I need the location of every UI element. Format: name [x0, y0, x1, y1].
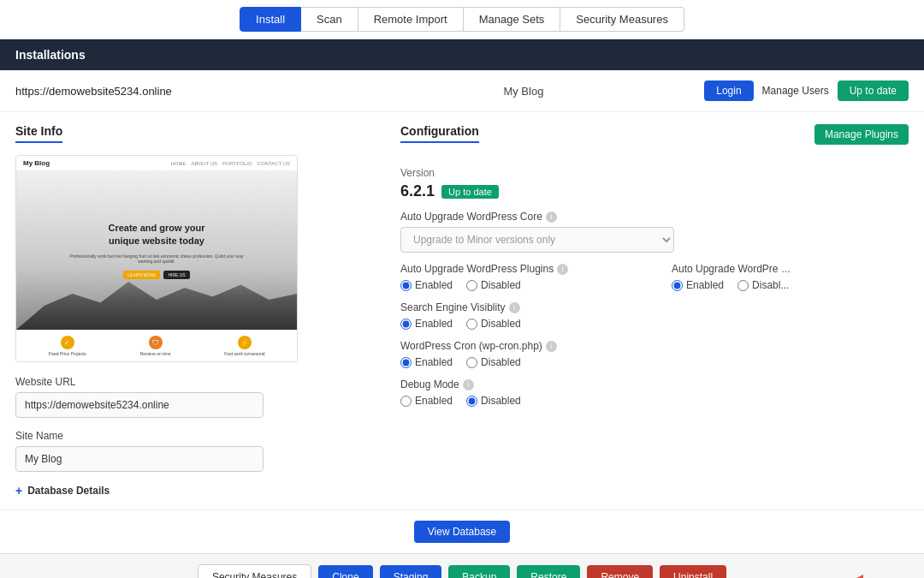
thumbnail-feature-2: 🛡 Receive on time	[140, 336, 171, 356]
auto-upgrade-plugins2-item: Auto Upgrade WordPre... Enabled Disabl..…	[672, 263, 909, 291]
auto-upgrade-core-label: Auto Upgrade WordPress Core i	[400, 211, 909, 223]
view-database-button[interactable]: View Database	[414, 521, 511, 543]
top-navigation: Install Scan Remote Import Manage Sets S…	[0, 0, 924, 39]
auto-upgrade-plugins-enabled-label[interactable]: Enabled	[400, 279, 453, 291]
right-column: Configuration Manage Plugins Version 6.2…	[400, 112, 909, 509]
auto-upgrade-core-select[interactable]: Upgrade to Minor versions only Upgrade t…	[400, 227, 674, 253]
thumbnail-feature-3-label: Fast work turnaround	[224, 351, 264, 356]
site-name-display: My Blog	[360, 85, 688, 98]
thumbnail-feature-3-icon: ⚡	[238, 336, 252, 349]
wp-cron-item: WordPress Cron (wp-cron.php) i Enabled	[400, 340, 637, 368]
bottom-actions-bar: Security Measures Clone Staging Backup R…	[0, 553, 924, 578]
restore-button[interactable]: Restore	[517, 565, 580, 578]
auto-upgrade-plugins-disabled-radio[interactable]	[466, 280, 477, 291]
debug-mode-info-icon[interactable]: i	[463, 379, 474, 390]
config-two-col: Auto Upgrade WordPress Plugins i Enabled	[400, 263, 909, 417]
tab-remote-import[interactable]: Remote Import	[358, 7, 464, 32]
clone-button[interactable]: Clone	[318, 565, 372, 578]
auto-upgrade-plugins-disabled-label[interactable]: Disabled	[466, 279, 521, 291]
debug-mode-enabled-radio[interactable]	[400, 396, 412, 407]
auto-upgrade-plugins2-enabled-radio[interactable]	[672, 280, 683, 291]
version-item: Version 6.2.1 Up to date	[400, 167, 909, 200]
auto-upgrade-plugins2-enabled-label[interactable]: Enabled	[672, 279, 724, 291]
search-engine-enabled-label[interactable]: Enabled	[400, 318, 453, 330]
manage-users-button[interactable]: Manage Users	[762, 85, 829, 97]
thumbnail-feature-3: ⚡ Fast work turnaround	[224, 336, 264, 356]
login-button[interactable]: Login	[704, 80, 753, 101]
auto-upgrade-plugins2-disabled-radio[interactable]	[737, 280, 749, 291]
configuration-section: Version 6.2.1 Up to date Auto Upgrade Wo…	[400, 167, 909, 417]
manage-plugins-button[interactable]: Manage Plugins	[814, 124, 909, 145]
site-actions: Login Manage Users Up to date	[704, 80, 909, 101]
auto-upgrade-plugins2-radio-group: Enabled Disabl...	[672, 279, 909, 291]
database-details: + Database Details	[15, 484, 375, 498]
tab-manage-sets[interactable]: Manage Sets	[464, 7, 561, 32]
search-engine-info-icon[interactable]: i	[509, 302, 520, 313]
arrow-svg	[847, 569, 915, 578]
site-info-title: Site Info	[15, 124, 62, 143]
thumbnail-inner: My Blog HOMEABOUT USPORTFOLIOCONTACT US …	[16, 156, 297, 361]
debug-mode-enabled-label[interactable]: Enabled	[400, 395, 453, 407]
wp-cron-radio-group: Enabled Disabled	[400, 356, 637, 368]
uninstall-button[interactable]: Uninstall	[660, 565, 726, 578]
website-url-input[interactable]	[15, 392, 264, 418]
auto-upgrade-plugins-enabled-radio[interactable]	[400, 280, 412, 291]
thumbnail-hire-us-btn: HIRE US	[163, 271, 189, 279]
debug-mode-item: Debug Mode i Enabled Disabled	[400, 378, 637, 407]
left-column: Site Info My Blog HOMEABOUT USPORTFOLIOC…	[15, 112, 375, 509]
wp-cron-enabled-radio[interactable]	[400, 357, 412, 368]
auto-upgrade-plugins2-disabled-label[interactable]: Disabl...	[737, 279, 789, 291]
tab-scan[interactable]: Scan	[301, 7, 358, 32]
site-url: https://demowebsite5234.online	[15, 85, 343, 98]
wp-cron-disabled-label[interactable]: Disabled	[466, 356, 521, 368]
search-engine-item: Search Engine Visiblity i Enabled	[400, 301, 637, 330]
security-measures-button[interactable]: Security Measures	[198, 564, 311, 578]
thumbnail-feature-2-label: Receive on time	[140, 351, 171, 356]
thumbnail-nav: My Blog HOMEABOUT USPORTFOLIOCONTACT US	[16, 156, 297, 171]
site-row-header: https://demowebsite5234.online My Blog L…	[0, 70, 924, 112]
auto-upgrade-core-info-icon[interactable]: i	[546, 212, 557, 223]
version-row: 6.2.1 Up to date	[400, 182, 909, 200]
tab-security-measures[interactable]: Security Measures	[560, 7, 684, 32]
debug-mode-disabled-radio[interactable]	[466, 396, 477, 407]
staging-button[interactable]: Staging	[380, 565, 442, 578]
site-name-input[interactable]	[15, 446, 264, 472]
thumbnail-feature-1: ✓ Fixed Price Projects	[48, 336, 86, 356]
configuration-title: Configuration	[400, 124, 479, 143]
website-url-group: Website URL	[15, 376, 375, 418]
remove-button[interactable]: Remove	[587, 565, 653, 578]
thumbnail-footer: ✓ Fixed Price Projects 🛡 Receive on time…	[16, 330, 297, 361]
bottom-row: View Database	[0, 509, 924, 553]
site-name-label: Site Name	[15, 430, 375, 442]
thumbnail-hero-text: Create and grow yourunique website today	[108, 222, 204, 247]
database-label: Database Details	[27, 485, 110, 497]
thumbnail-hero-sub: Professionally work but live hanging fru…	[70, 253, 244, 264]
wp-cron-enabled-label[interactable]: Enabled	[400, 356, 453, 368]
debug-mode-radio-group: Enabled Disabled	[400, 395, 637, 407]
backup-button[interactable]: Backup	[448, 565, 510, 578]
search-engine-disabled-radio[interactable]	[466, 319, 477, 330]
two-column-layout: Site Info My Blog HOMEABOUT USPORTFOLIOC…	[0, 112, 924, 509]
wp-cron-disabled-radio[interactable]	[466, 357, 477, 368]
config-col-right: Auto Upgrade WordPre... Enabled Disabl..…	[672, 263, 909, 417]
debug-mode-label: Debug Mode i	[400, 378, 637, 390]
debug-mode-disabled-label[interactable]: Disabled	[466, 395, 521, 407]
auto-upgrade-plugins2-label: Auto Upgrade WordPre...	[672, 263, 909, 275]
wp-cron-info-icon[interactable]: i	[546, 341, 557, 352]
website-url-label: Website URL	[15, 376, 375, 388]
up-to-date-button[interactable]: Up to date	[838, 80, 909, 101]
right-column-header: Configuration Manage Plugins	[400, 124, 909, 155]
auto-upgrade-plugins-label: Auto Upgrade WordPress Plugins i	[400, 263, 637, 275]
site-name-group: Site Name	[15, 430, 375, 472]
version-label: Version	[400, 167, 909, 179]
search-engine-disabled-label[interactable]: Disabled	[466, 318, 521, 330]
thumbnail-learn-more-btn: LEARN MORE	[123, 271, 160, 279]
installations-header: Installations	[0, 39, 924, 70]
version-badge: Up to date	[441, 185, 499, 199]
thumbnail-feature-1-label: Fixed Price Projects	[48, 351, 86, 356]
auto-upgrade-plugins-info-icon[interactable]: i	[557, 264, 568, 275]
auto-upgrade-plugins-item: Auto Upgrade WordPress Plugins i Enabled	[400, 263, 637, 291]
thumbnail-logo: My Blog	[23, 159, 50, 167]
tab-install[interactable]: Install	[240, 7, 301, 32]
search-engine-enabled-radio[interactable]	[400, 319, 412, 330]
